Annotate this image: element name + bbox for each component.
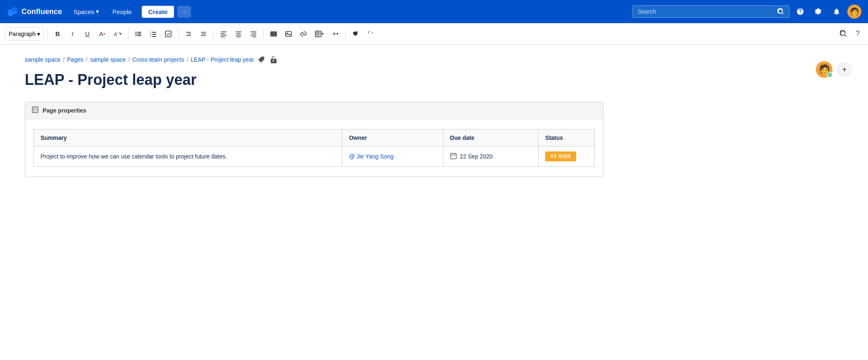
notifications-icon bbox=[833, 8, 840, 15]
page-properties-body: Summary Owner Due date Status Project to… bbox=[25, 119, 603, 177]
link-icon bbox=[300, 31, 307, 37]
svg-rect-7 bbox=[152, 32, 156, 33]
svg-point-2 bbox=[136, 33, 137, 34]
bold-button[interactable]: B bbox=[51, 27, 64, 41]
page-properties-macro: Page properties Summary Owner Due date S… bbox=[25, 102, 603, 177]
breadcrumb-sample-space-1[interactable]: sample space bbox=[25, 56, 60, 63]
page-properties-header: Page properties bbox=[25, 102, 603, 119]
align-center-button[interactable] bbox=[232, 27, 245, 41]
task-list-button[interactable] bbox=[162, 27, 175, 41]
page-title: LEAP - Project leap year bbox=[25, 71, 637, 89]
properties-table: Summary Owner Due date Status Project to… bbox=[33, 129, 595, 167]
bullet-list-icon bbox=[135, 31, 142, 37]
svg-rect-13 bbox=[270, 31, 277, 36]
table-icon bbox=[315, 31, 322, 37]
numbered-list-button[interactable]: 1.2.3. bbox=[147, 27, 160, 41]
svg-rect-11 bbox=[152, 36, 156, 37]
insert-button[interactable]: +▾ bbox=[329, 27, 342, 41]
redo-icon bbox=[367, 31, 374, 37]
toolbar-divider-3 bbox=[178, 28, 179, 40]
align-left-icon bbox=[220, 31, 227, 37]
svg-rect-21 bbox=[451, 154, 456, 159]
formatting-toolbar: Paragraph ▾ B I U A▾ A○▾ 1.2.3. bbox=[0, 23, 868, 45]
svg-point-0 bbox=[136, 31, 137, 33]
align-center-icon bbox=[235, 31, 242, 37]
add-action-button[interactable]: + bbox=[837, 62, 851, 77]
help-icon bbox=[797, 8, 804, 15]
people-button[interactable]: People bbox=[107, 6, 137, 18]
content-search-button[interactable] bbox=[837, 27, 851, 41]
breadcrumb: sample space / Pages / sample space / Cr… bbox=[25, 55, 637, 65]
breadcrumb-leap[interactable]: LEAP - Project leap year bbox=[191, 56, 254, 63]
toolbar-divider-2 bbox=[128, 28, 129, 40]
toolbar-divider-1 bbox=[47, 28, 48, 40]
page-properties-title: Page properties bbox=[43, 107, 86, 114]
paragraph-style-selector[interactable]: Paragraph ▾ bbox=[5, 27, 44, 41]
bullet-list-button[interactable] bbox=[132, 27, 145, 41]
table-header-owner: Owner bbox=[342, 130, 443, 146]
align-right-icon bbox=[250, 31, 257, 37]
svg-point-4 bbox=[136, 35, 137, 36]
settings-button[interactable] bbox=[811, 4, 826, 19]
inline-code-button[interactable] bbox=[267, 27, 280, 41]
create-button[interactable]: Create bbox=[142, 6, 174, 18]
breadcrumb-sample-space-2[interactable]: sample space bbox=[90, 56, 126, 63]
text-color-button[interactable]: A▾ bbox=[95, 27, 109, 41]
top-navigation: Confluence Spaces ▾ People Create ··· 🧑 bbox=[0, 0, 868, 23]
table-header-due-date: Due date bbox=[443, 130, 539, 146]
svg-rect-16 bbox=[315, 31, 321, 37]
table-button[interactable]: ▾ bbox=[312, 27, 327, 41]
indent-icon bbox=[200, 31, 207, 37]
more-nav-button[interactable]: ··· bbox=[177, 6, 191, 18]
status-badge[interactable]: AT RISK bbox=[545, 151, 576, 161]
breadcrumb-pages[interactable]: Pages bbox=[67, 56, 83, 63]
due-date-cell: 22 Sep 2020 bbox=[443, 146, 539, 167]
italic-button[interactable]: I bbox=[66, 27, 79, 41]
search-input[interactable] bbox=[638, 8, 774, 15]
svg-rect-3 bbox=[137, 34, 141, 34]
outdent-button[interactable] bbox=[182, 27, 195, 41]
settings-icon bbox=[815, 8, 822, 15]
align-left-button[interactable] bbox=[217, 27, 230, 41]
table-row: Project to improve how we can use calend… bbox=[34, 146, 595, 167]
confluence-logo[interactable]: Confluence bbox=[7, 6, 62, 17]
undo-button[interactable] bbox=[349, 27, 362, 41]
inline-code-icon bbox=[270, 31, 277, 37]
avatar-badge: R bbox=[827, 72, 832, 78]
text-style-button[interactable]: A○▾ bbox=[110, 27, 125, 41]
table-header-summary: Summary bbox=[34, 130, 342, 146]
link-button[interactable] bbox=[297, 27, 310, 41]
outdent-icon bbox=[185, 31, 192, 37]
underline-button[interactable]: U bbox=[81, 27, 94, 41]
image-button[interactable] bbox=[282, 27, 295, 41]
toolbar-divider-4 bbox=[213, 28, 214, 40]
align-right-button[interactable] bbox=[247, 27, 260, 41]
breadcrumb-cross-team[interactable]: Cross-team projects bbox=[132, 56, 184, 63]
search-bar[interactable] bbox=[632, 5, 789, 18]
summary-cell: Project to improve how we can use calend… bbox=[34, 146, 342, 167]
svg-rect-1 bbox=[137, 32, 141, 33]
redo-button[interactable] bbox=[364, 27, 377, 41]
task-list-icon bbox=[165, 31, 172, 37]
content-area: sample space / Pages / sample space / Cr… bbox=[0, 45, 661, 195]
owner-cell: @ Jie Yang Song bbox=[342, 146, 443, 167]
editor-help-button[interactable]: ? bbox=[852, 27, 863, 41]
indent-button[interactable] bbox=[197, 27, 210, 41]
due-date-value: 22 Sep 2020 bbox=[460, 153, 493, 160]
user-avatar[interactable]: 🧑 bbox=[847, 5, 861, 19]
svg-rect-12 bbox=[165, 31, 171, 37]
search-icon bbox=[777, 8, 784, 15]
editor-avatar[interactable]: 🧑 R bbox=[816, 61, 832, 78]
owner-link[interactable]: @ Jie Yang Song bbox=[349, 153, 393, 160]
notifications-button[interactable] bbox=[829, 4, 844, 19]
help-button[interactable] bbox=[793, 4, 808, 19]
tag-icon[interactable] bbox=[256, 55, 266, 65]
svg-rect-17 bbox=[32, 107, 38, 113]
svg-text:3.: 3. bbox=[150, 35, 152, 37]
toolbar-divider-5 bbox=[263, 28, 264, 40]
spaces-button[interactable]: Spaces ▾ bbox=[69, 5, 104, 18]
toolbar-divider-6 bbox=[345, 28, 346, 40]
lock-icon[interactable] bbox=[269, 55, 279, 65]
page-header-actions: 🧑 R + bbox=[816, 61, 851, 78]
svg-rect-9 bbox=[152, 34, 156, 35]
